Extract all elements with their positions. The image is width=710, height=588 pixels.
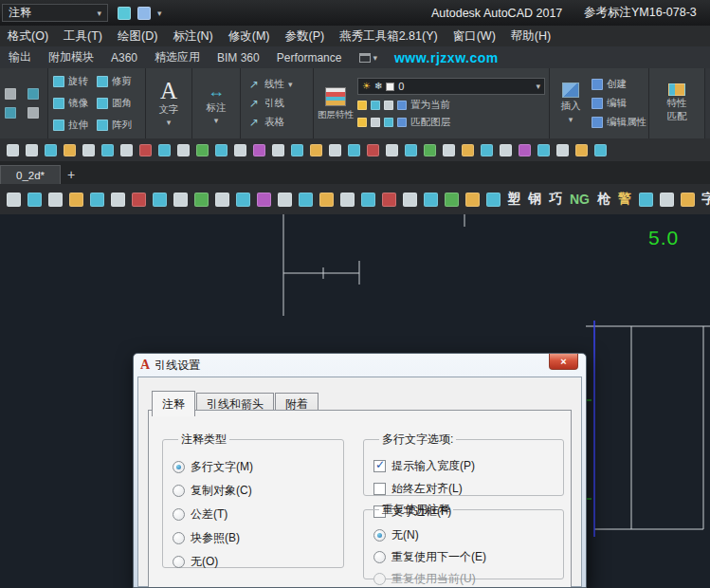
toolbar-icon[interactable] [194,193,209,207]
toolbar-text-button[interactable]: 枪 [593,191,614,208]
toolbar-icon[interactable] [111,193,125,207]
toolbar-text-button[interactable]: NG [566,192,593,207]
reuse-option-radio[interactable]: 重复使用下一个(E) [373,549,563,565]
toolbar-icon[interactable] [405,144,417,156]
layer-tool-icon[interactable] [397,118,407,127]
mtext-option-checkbox[interactable]: 提示输入宽度(P) [373,458,563,474]
toolbar-icon[interactable] [681,193,695,207]
reuse-option-radio[interactable]: 重复使用当前(U) [373,571,563,587]
set-current-layer-button[interactable]: 置为当前 [410,99,450,112]
toolbar-icon[interactable] [173,193,188,207]
ribbon-display-toggle[interactable]: ▾ [359,53,377,63]
tool-icon[interactable] [27,88,39,100]
toolbar-icon[interactable] [519,144,531,156]
toolbar-icon[interactable] [403,193,417,207]
menu-item[interactable]: 绘图(D) [110,26,165,46]
toolbar-icon[interactable] [575,144,588,156]
toolbar-icon[interactable] [319,193,334,207]
layer-tool-icon[interactable] [357,118,367,127]
mtext-option-checkbox[interactable]: 始终左对齐(L) [373,481,563,497]
dimension-button[interactable]: ↔ 标注 ▾ [192,68,240,138]
toolbar-icon[interactable] [7,144,19,156]
ribbon-tab[interactable]: BIM 360 [209,51,268,64]
toolbar-text-button[interactable]: 塑 [503,191,524,208]
toolbar-icon[interactable] [90,193,104,207]
layer-tool-icon[interactable] [371,118,380,127]
toolbar-icon[interactable] [236,193,250,207]
toolbar-icon[interactable] [594,144,607,156]
menu-item[interactable]: 格式(O) [0,26,56,46]
quick-access-icon-b[interactable] [137,7,151,20]
toolbar-icon[interactable] [215,144,228,156]
quick-access-chevron-icon[interactable]: ▾ [157,9,162,18]
toolbar-icon[interactable] [500,144,512,156]
block-tool-button[interactable]: 编辑 [592,97,648,110]
toolbar-icon[interactable] [361,193,375,207]
modify-tool-button[interactable]: 修剪 [97,75,140,88]
toolbar-icon[interactable] [82,144,95,156]
menu-item[interactable]: 修改(M) [221,26,278,46]
ribbon-tab[interactable]: 精选应用 [146,49,209,65]
tool-icon[interactable] [5,88,16,100]
annotation-type-radio[interactable]: 复制对象(C) [173,483,343,499]
menu-item[interactable]: 窗口(W) [446,26,503,46]
toolbar-icon[interactable] [253,144,265,156]
annotation-type-radio[interactable]: 多行文字(M) [173,459,343,475]
toolbar-icon[interactable] [462,144,474,156]
annotation-type-radio[interactable]: 块参照(B) [173,530,343,546]
toolbar-icon[interactable] [329,144,341,156]
toolbar-icon[interactable] [153,193,167,207]
toolbar-icon[interactable] [139,144,152,156]
workspace-switcher[interactable]: 注释 ▾ [2,4,108,22]
annotation-type-radio[interactable]: 无(O) [173,554,343,570]
toolbar-icon[interactable] [215,193,229,207]
annotate-tool-button[interactable]: ↗ 表格 [247,116,313,129]
toolbar-icon[interactable] [367,144,379,156]
toolbar-text-button[interactable]: 巧 [545,191,566,208]
toolbar-icon[interactable] [348,144,360,156]
toolbar-icon[interactable] [443,144,455,156]
dialog-titlebar[interactable]: A 引线设置 [134,354,586,377]
layer-tool-icon[interactable] [384,101,393,110]
block-tool-button[interactable]: 创建 [592,78,648,91]
toolbar-icon[interactable] [48,193,63,207]
toolbar-text-button[interactable]: 钢 [524,191,545,208]
tool-icon[interactable] [27,107,39,119]
toolbar-icon[interactable] [386,144,398,156]
menu-item[interactable]: 参数(P) [278,26,333,46]
toolbar-icon[interactable] [27,193,42,207]
toolbar-icon[interactable] [310,144,322,156]
toolbar-icon[interactable] [424,144,436,156]
toolbar-icon[interactable] [537,144,550,156]
toolbar-icon[interactable] [481,144,493,156]
ribbon-tab[interactable]: 附加模块 [40,49,102,65]
toolbar-icon[interactable] [196,144,209,156]
toolbar-icon[interactable] [465,193,480,207]
layer-tool-icon[interactable] [357,101,367,110]
menu-item[interactable]: 帮助(H) [503,26,558,46]
match-layer-button[interactable]: 匹配图层 [410,116,450,129]
toolbar-icon[interactable] [45,144,57,156]
modify-tool-button[interactable]: 阵列 [97,119,140,132]
layer-dropdown[interactable]: ☀ ❄ 0 ▾ [357,78,545,95]
match-properties-button[interactable]: 特性 匹配 [649,68,704,138]
toolbar-icon[interactable] [299,193,313,207]
toolbar-icon[interactable] [120,144,133,156]
toolbar-icon[interactable] [158,144,171,156]
annotation-type-radio[interactable]: 公差(T) [173,506,343,523]
toolbar-icon[interactable] [556,144,569,156]
annotate-tool-button[interactable]: ↗ 引线 [247,97,313,110]
annotate-tool-button[interactable]: ↗ 线性 ▾ [247,78,313,91]
toolbar-icon[interactable] [424,193,438,207]
toolbar-icon[interactable] [257,193,271,207]
toolbar-icon[interactable] [291,144,303,156]
drawing-tab[interactable]: 0_2d* [0,165,61,184]
toolbar-icon[interactable] [64,144,76,156]
modify-tool-button[interactable]: 圆角 [97,97,140,110]
layer-tool-icon[interactable] [384,118,393,127]
site-link[interactable]: www.rjzxw.com [394,50,499,65]
toolbar-icon[interactable] [382,193,396,207]
modify-tool-button[interactable]: 旋转 [53,75,97,88]
toolbar-icon[interactable] [101,144,114,156]
modify-tool-button[interactable]: 镜像 [53,97,97,110]
